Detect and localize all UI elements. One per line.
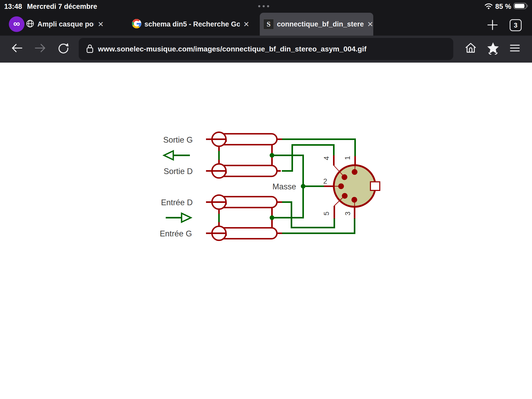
tab-close-icon[interactable]: ✕: [243, 20, 249, 29]
tab-title: Ampli casque pour Sennheis: [37, 20, 94, 28]
tab-schema-din5[interactable]: schema din5 - Recherche Go ✕: [132, 13, 249, 36]
label-masse: Masse: [272, 182, 296, 191]
tab-ampli-casque[interactable]: Ampli casque pour Sennheis ✕: [26, 13, 104, 36]
rca-plug-entree-d: [206, 195, 282, 209]
reload-button[interactable]: [56, 40, 71, 56]
input-arrow-right-icon: [166, 213, 191, 222]
din-pin-3: [351, 197, 357, 203]
tab-title: connectique_bf_din_stereo_: [277, 20, 364, 28]
status-date: Mercredi 7 décembre: [27, 0, 97, 13]
tab-close-icon[interactable]: ✕: [367, 20, 373, 29]
din-pin-2: [338, 183, 344, 189]
pin-label-4: 4: [323, 156, 330, 160]
output-arrow-left-icon: [164, 151, 190, 160]
din-pin-4: [342, 174, 347, 180]
wifi-icon: [484, 2, 493, 11]
google-icon: [132, 19, 141, 29]
tab-connectique-active[interactable]: S connectique_bf_din_stereo_ ✕: [260, 13, 373, 36]
lock-icon: [85, 43, 94, 55]
menu-button[interactable]: [507, 40, 523, 56]
label-entree-d: Entrée D: [161, 198, 193, 207]
label-sortie-g: Sortie G: [163, 135, 193, 144]
forward-button[interactable]: [32, 40, 48, 56]
new-tab-button[interactable]: [485, 18, 500, 32]
wire-entree-g: [282, 218, 355, 233]
url-text: www.sonelec-musique.com/images/connectiq…: [98, 45, 367, 53]
firefox-focus-logo: ∞: [9, 16, 24, 32]
label-entree-g: Entrée G: [160, 229, 192, 238]
status-time: 13:48: [4, 0, 22, 13]
label-sortie-d: Sortie D: [164, 167, 193, 176]
status-right-cluster: 85 %: [484, 0, 529, 13]
pin-label-2: 2: [323, 177, 327, 185]
pin-label-3: 3: [344, 211, 352, 215]
multitask-dots-icon[interactable]: [258, 5, 269, 7]
globe-icon: [26, 19, 34, 29]
din5-wiring-diagram-image: 1 4 2 5 3 Sortie G Sortie D Entrée D Ent…: [145, 126, 384, 246]
din5-connector: [334, 165, 380, 207]
tab-title: schema din5 - Recherche Go: [144, 20, 240, 28]
rca-plug-sortie-g: [206, 132, 282, 146]
masse-junction-dot: [301, 184, 305, 189]
shield-links: [219, 145, 272, 228]
rca-plug-entree-g: [206, 226, 282, 240]
battery-icon: [513, 2, 529, 11]
home-button[interactable]: [463, 40, 478, 56]
din-pin-1: [352, 169, 357, 175]
tab-count-button[interactable]: 3: [510, 19, 522, 31]
junction-dot: [270, 215, 274, 220]
sonelec-favicon: S: [263, 19, 274, 29]
din-keyway-notch: [370, 182, 380, 190]
junction-dot: [270, 153, 274, 158]
pin-label-1: 1: [344, 156, 351, 160]
rca-plug-sortie-d: [206, 164, 281, 178]
pin-label-5: 5: [323, 211, 330, 215]
battery-percent: 85 %: [495, 3, 511, 11]
din-pin-5: [342, 193, 348, 199]
bookmark-star-button[interactable]: [485, 40, 501, 56]
back-button[interactable]: [9, 40, 25, 56]
browser-top-chrome: 13:48 Mercredi 7 décembre 85 % ∞: [0, 0, 532, 36]
tab-close-icon[interactable]: ✕: [98, 20, 104, 29]
page-content: 1 4 2 5 3 Sortie G Sortie D Entrée D Ent…: [0, 63, 532, 399]
url-bar[interactable]: www.sonelec-musique.com/images/connectiq…: [79, 38, 453, 60]
